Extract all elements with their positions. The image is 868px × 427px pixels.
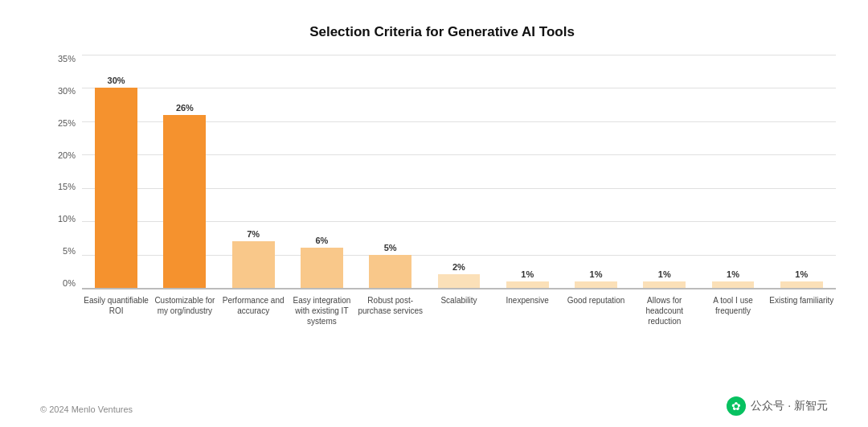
- bar-rect: [232, 241, 275, 288]
- bar-rect: [301, 248, 343, 288]
- y-axis-label: 5%: [63, 247, 80, 256]
- bar-rect: [95, 88, 137, 288]
- x-labels: Easily quantifiable ROICustomizable for …: [82, 293, 836, 326]
- x-label: Easy integration with existing IT system…: [288, 293, 356, 326]
- y-axis: 35%30%25%20%15%10%5%0%: [48, 55, 80, 288]
- x-label: Easily quantifiable ROI: [82, 293, 150, 326]
- watermark: ✿ 公众号 · 新智元: [727, 396, 828, 416]
- bar-group: 30%: [82, 55, 150, 288]
- bar-group: 1%: [562, 55, 630, 288]
- bar-group: 1%: [698, 55, 767, 288]
- x-label: Allows for headcount reduction: [630, 293, 698, 326]
- y-axis-label: 35%: [58, 55, 80, 64]
- x-label: Customizable for my org/industry: [150, 293, 219, 326]
- bar-value-label: 1%: [795, 269, 808, 279]
- bar-group: 26%: [150, 55, 219, 288]
- y-axis-label: 20%: [58, 151, 80, 160]
- bar-value-label: 1%: [727, 269, 739, 279]
- baseline: [82, 288, 836, 289]
- chart-title: Selection Criteria for Generative AI Too…: [48, 24, 836, 40]
- x-label: Existing familiarity: [768, 293, 836, 326]
- bar-group: 1%: [630, 55, 698, 288]
- x-label: A tool I use frequently: [698, 293, 767, 326]
- bars-wrapper: 30%26%7%6%5%2%1%1%1%1%1%: [82, 55, 836, 288]
- y-axis-label: 0%: [63, 279, 80, 288]
- bar-rect: [575, 281, 617, 288]
- copyright-text: © 2024 Menlo Ventures: [40, 404, 133, 414]
- bar-value-label: 2%: [452, 262, 465, 272]
- bar-rect: [712, 281, 755, 288]
- bar-group: 5%: [356, 55, 424, 288]
- bar-value-label: 6%: [315, 236, 328, 245]
- bar-value-label: 5%: [384, 243, 397, 253]
- x-label: Inexpensive: [493, 293, 562, 326]
- y-axis-label: 30%: [58, 87, 80, 96]
- bar-value-label: 30%: [108, 76, 125, 85]
- bar-group: 6%: [288, 55, 356, 288]
- y-axis-label: 15%: [58, 183, 80, 191]
- watermark-text: 公众号 · 新智元: [751, 399, 828, 413]
- bars-section: 30%26%7%6%5%2%1%1%1%1%1%: [82, 55, 836, 288]
- chart-area: 35%30%25%20%15%10%5%0% 30%26%7%6%5%2%1%1…: [48, 55, 836, 352]
- bar-rect: [643, 281, 686, 288]
- y-axis-label: 25%: [58, 119, 80, 128]
- bar-value-label: 26%: [176, 103, 194, 113]
- wechat-icon: ✿: [727, 396, 746, 416]
- bar-group: 7%: [219, 55, 288, 288]
- bar-group: 1%: [493, 55, 562, 288]
- bar-rect: [438, 274, 481, 288]
- bar-rect: [506, 281, 549, 288]
- bar-rect: [163, 115, 206, 288]
- x-label: Scalability: [424, 293, 493, 326]
- bar-group: 2%: [424, 55, 493, 288]
- bar-rect: [369, 255, 411, 288]
- y-axis-label: 10%: [58, 215, 80, 224]
- x-label: Performance and accuracy: [219, 293, 288, 326]
- bar-value-label: 1%: [521, 269, 534, 279]
- bar-value-label: 1%: [658, 269, 671, 279]
- x-label: Robust post-purchase services: [356, 293, 424, 326]
- bar-value-label: 7%: [247, 229, 260, 239]
- x-label: Good reputation: [562, 293, 630, 326]
- bar-value-label: 1%: [590, 269, 603, 279]
- bar-rect: [780, 281, 823, 288]
- chart-container: Selection Criteria for Generative AI Too…: [0, 0, 868, 427]
- bar-group: 1%: [768, 55, 836, 288]
